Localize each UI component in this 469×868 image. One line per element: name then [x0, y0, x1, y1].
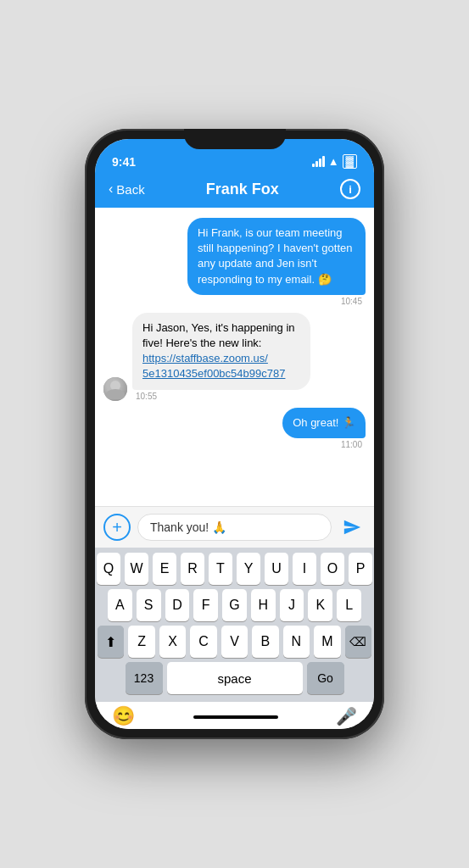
message-input[interactable]: Thank you! 🙏 [137, 514, 332, 541]
nav-title: Frank Fox [206, 181, 279, 198]
phone-screen: 9:41 ▲ ▓ ‹ Back Frank Fox i [95, 139, 374, 729]
battery-icon: ▓ [343, 154, 357, 169]
keyboard-row-2: A S D F G H J K L [98, 589, 371, 621]
keyboard-row-3: ⬆ Z X C V B N M ⌫ [98, 626, 371, 658]
bottom-toolbar: 😊 🎤 [95, 702, 374, 729]
received-message-content: Hi Jason, Yes, it's happening in five! H… [132, 313, 310, 401]
keyboard: Q W E R T Y U I O P A S D F G H J K [95, 548, 374, 702]
message-row: Hi Jason, Yes, it's happening in five! H… [103, 313, 366, 401]
zoom-link[interactable]: https://staffbase.zoom.us/5e1310435ef00b… [142, 352, 285, 380]
key-r[interactable]: R [181, 553, 204, 585]
key-y[interactable]: Y [237, 553, 260, 585]
plus-icon: + [112, 518, 122, 537]
key-m[interactable]: M [314, 626, 340, 658]
notch [184, 129, 286, 149]
go-key[interactable]: Go [307, 662, 344, 694]
key-e[interactable]: E [153, 553, 176, 585]
status-time: 9:41 [112, 155, 136, 169]
key-u[interactable]: U [265, 553, 288, 585]
key-w[interactable]: W [125, 553, 148, 585]
key-a[interactable]: A [108, 589, 132, 621]
status-icons: ▲ ▓ [312, 154, 357, 169]
keyboard-row-4: 123 space Go [98, 662, 371, 694]
key-k[interactable]: K [308, 589, 332, 621]
key-j[interactable]: J [280, 589, 304, 621]
key-h[interactable]: H [251, 589, 276, 621]
input-text: Thank you! 🙏 [150, 520, 226, 534]
message-bubble-received: Hi Jason, Yes, it's happening in five! H… [132, 313, 310, 390]
key-i[interactable]: I [293, 553, 316, 585]
message-row: Oh great! 🏃 11:00 [103, 408, 366, 449]
key-v[interactable]: V [221, 626, 248, 658]
nav-bar: ‹ Back Frank Fox i [95, 174, 374, 208]
message-bubble-sent: Hi Frank, is our team meeting still happ… [187, 218, 366, 295]
emoji-button[interactable]: 😊 [112, 705, 135, 727]
avatar [103, 377, 127, 401]
home-indicator [193, 715, 278, 719]
num-key[interactable]: 123 [126, 662, 163, 694]
key-b[interactable]: B [252, 626, 278, 658]
back-chevron-icon: ‹ [109, 181, 113, 197]
key-g[interactable]: G [222, 589, 247, 621]
space-key[interactable]: space [167, 662, 303, 694]
key-q[interactable]: Q [97, 553, 120, 585]
wifi-icon: ▲ [328, 155, 339, 168]
info-icon: i [349, 183, 352, 196]
key-x[interactable]: X [159, 626, 186, 658]
input-area: + Thank you! 🙏 [95, 506, 374, 548]
phone-frame: 9:41 ▲ ▓ ‹ Back Frank Fox i [85, 129, 384, 739]
key-p[interactable]: P [349, 553, 372, 585]
key-c[interactable]: C [190, 626, 216, 658]
key-s[interactable]: S [137, 589, 161, 621]
mic-button[interactable]: 🎤 [336, 706, 357, 726]
add-button[interactable]: + [103, 514, 131, 541]
info-button[interactable]: i [340, 179, 360, 199]
key-d[interactable]: D [165, 589, 190, 621]
key-l[interactable]: L [337, 589, 361, 621]
key-o[interactable]: O [321, 553, 344, 585]
key-f[interactable]: F [193, 589, 218, 621]
message-bubble-sent: Oh great! 🏃 [282, 408, 366, 438]
delete-key[interactable]: ⌫ [345, 626, 371, 658]
signal-icon [312, 156, 325, 167]
back-label: Back [116, 182, 144, 197]
timestamp: 11:00 [338, 440, 366, 449]
shift-key[interactable]: ⬆ [98, 626, 124, 658]
send-icon [343, 518, 361, 537]
key-z[interactable]: Z [128, 626, 154, 658]
back-button[interactable]: ‹ Back [109, 181, 145, 197]
message-row: Hi Frank, is our team meeting still happ… [103, 218, 366, 306]
send-button[interactable] [338, 514, 366, 541]
key-n[interactable]: N [283, 626, 310, 658]
timestamp: 10:45 [338, 297, 366, 306]
key-t[interactable]: T [209, 553, 232, 585]
timestamp: 10:55 [132, 392, 160, 401]
chat-area: Hi Frank, is our team meeting still happ… [95, 208, 374, 506]
keyboard-row-1: Q W E R T Y U I O P [98, 553, 371, 585]
